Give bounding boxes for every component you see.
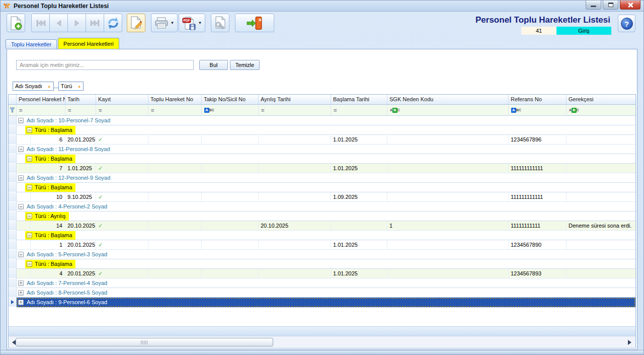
column-header-gerekce[interactable]: Gerekçesi xyxy=(567,95,636,104)
cell-gerekce xyxy=(567,164,635,173)
collapse-button[interactable]: − xyxy=(18,252,24,257)
cell-gerekce xyxy=(567,135,635,144)
filter-cell-takip[interactable]: ABC xyxy=(202,105,259,115)
column-header-baslama[interactable]: Başlama Tarihi xyxy=(331,95,387,104)
horizontal-scrollbar[interactable] xyxy=(9,336,635,348)
data-row[interactable]: 620.01.2025✓Onaylandı1.01.20251234567896 xyxy=(9,135,635,145)
column-header-referans[interactable]: Referans No xyxy=(509,95,567,104)
filter-cell-sgk[interactable]: ABC xyxy=(387,105,509,115)
column-header-sgk[interactable]: SGK Neden Kodu xyxy=(387,95,509,104)
row-indicator xyxy=(9,259,17,269)
column-header-tarih[interactable]: Tarih xyxy=(65,95,96,104)
print-button[interactable]: ▼ xyxy=(151,14,178,32)
group-row[interactable]: −Türü : Başlama xyxy=(9,183,635,192)
collapse-button[interactable]: − xyxy=(27,185,32,190)
cell-baslama: 1.09.2025 xyxy=(331,192,387,201)
group-row[interactable]: −Adı Soyadı : 12-Personel-9 Soyad xyxy=(9,173,635,183)
row-indicator xyxy=(9,211,17,221)
collapse-button[interactable]: − xyxy=(18,204,24,209)
data-row[interactable]: 420.01.2025✓Onaylandı1.01.20251234567893 xyxy=(9,269,635,278)
export-pdf-button[interactable]: PDF ▼ xyxy=(179,14,205,32)
close-button[interactable] xyxy=(620,1,640,10)
column-header-ayrilis[interactable]: Ayrılış Tarihi xyxy=(259,95,331,104)
approved-check-icon: ✓ xyxy=(98,223,143,229)
collapse-button[interactable]: − xyxy=(18,147,24,152)
refresh-button[interactable] xyxy=(104,14,122,32)
scroll-right-button[interactable] xyxy=(626,338,632,346)
group-row[interactable]: +Adı Soyadı : 8-Personel-5 Soyad xyxy=(9,288,635,298)
record-count: 41 xyxy=(521,27,556,35)
print-dropdown-icon[interactable]: ▼ xyxy=(171,21,175,25)
cell-sgk xyxy=(387,135,509,144)
group-row[interactable]: −Türü : Başlama xyxy=(9,125,635,135)
search-input[interactable] xyxy=(16,60,194,70)
data-row[interactable]: 71.01.2025✓Onaylandı1.01.202511111111111… xyxy=(9,164,635,173)
filter-cell-toplu[interactable]: = xyxy=(148,105,202,115)
collapse-button[interactable]: − xyxy=(27,156,32,162)
collapse-button[interactable]: − xyxy=(27,214,32,219)
expand-button[interactable]: + xyxy=(18,300,24,305)
row-indicator xyxy=(9,202,17,211)
row-indicator xyxy=(9,250,17,259)
collapse-button[interactable]: − xyxy=(27,261,32,267)
cell-no: 14 xyxy=(31,221,65,230)
data-row[interactable]: 1420.10.2025✓Onaylandı20.10.202511111111… xyxy=(9,221,635,231)
group-row[interactable]: −Türü : Başlama xyxy=(9,259,635,269)
filter-cell-kayit[interactable]: = xyxy=(96,105,148,115)
data-row[interactable]: 120.01.2025✓Onaylandı1.01.20251234567890 xyxy=(9,240,635,250)
edit-button[interactable] xyxy=(127,14,145,32)
row-indicator xyxy=(9,298,17,307)
group-row[interactable]: −Adı Soyadı : 4-Personel-2 Soyad xyxy=(9,202,635,211)
column-header-kayit[interactable]: Kayıt xyxy=(96,95,148,104)
cell-referans: 1234567890 xyxy=(509,240,567,249)
group-field-label: Adı Soyadı xyxy=(15,83,42,89)
group-row[interactable]: +Adı Soyadı : 7-Personel-4 Soyad xyxy=(9,278,635,288)
new-record-button[interactable] xyxy=(7,14,25,32)
group-row[interactable]: −Adı Soyadı : 11-Personel-8 Soyad xyxy=(9,145,635,154)
scrollbar-thumb[interactable] xyxy=(16,338,273,346)
filter-cell-referans[interactable]: ABC xyxy=(509,105,567,115)
preview-button[interactable] xyxy=(211,14,229,32)
exit-button[interactable] xyxy=(235,14,274,32)
cell-ayrilis xyxy=(259,269,331,278)
cell-tarih: 20.01.2025 xyxy=(65,240,96,249)
row-indicator xyxy=(9,278,17,288)
svg-text:PDF: PDF xyxy=(183,19,190,22)
filter-cell-gerekce[interactable]: ABC xyxy=(567,105,636,115)
group-row[interactable]: −Adı Soyadı : 10-Personel-7 Soyad xyxy=(9,116,635,125)
cell-referans: 11111111111 xyxy=(509,221,567,230)
collapse-button[interactable]: − xyxy=(18,118,24,123)
group-row[interactable]: −Türü : Başlama xyxy=(9,231,635,240)
expand-button[interactable]: + xyxy=(18,280,24,286)
find-button[interactable]: Bul xyxy=(199,60,228,70)
group-field-adi-soyadi[interactable]: Adı Soyadı ▲ xyxy=(13,82,54,91)
help-button[interactable]: ? xyxy=(618,15,635,32)
column-header-takip[interactable]: Takip No/Sicil No xyxy=(202,95,259,104)
minimize-button[interactable] xyxy=(586,1,601,10)
filter-cell-baslama[interactable]: = xyxy=(331,105,387,115)
group-by-panel: Adı Soyadı ▲ Türü ▲ xyxy=(13,82,84,91)
pdf-dropdown-icon[interactable]: ▼ xyxy=(198,21,202,25)
collapse-button[interactable]: − xyxy=(18,175,24,181)
filter-cell-tarih[interactable]: = xyxy=(65,105,96,115)
group-row[interactable]: −Türü : Başlama xyxy=(9,154,635,164)
filter-cell-no[interactable]: = xyxy=(17,105,65,115)
grid-header-row: Personel Hareket NoTarihKayıtToplu Harek… xyxy=(9,95,635,105)
collapse-button[interactable]: − xyxy=(27,233,32,238)
expand-button[interactable]: + xyxy=(18,290,24,296)
clear-button[interactable]: Temizle xyxy=(230,60,260,70)
column-header-toplu[interactable]: Toplu Hareket No xyxy=(148,95,202,104)
data-row[interactable]: 109.10.2025✓Onaylandı1.09.20251111111111… xyxy=(9,192,635,202)
group-indent xyxy=(17,211,25,221)
group-row[interactable]: −Türü : Ayrılış xyxy=(9,211,635,221)
group-row[interactable]: −Adı Soyadı : 5-Personel-3 Soyad xyxy=(9,250,635,259)
filter-cell-ayrilis[interactable]: = xyxy=(259,105,331,115)
collapse-button[interactable]: − xyxy=(27,127,32,133)
maximize-button[interactable] xyxy=(603,1,618,10)
group-row[interactable]: +Adı Soyadı : 9-Personel-6 Soyad xyxy=(9,298,635,307)
tab-toplu-hareketler[interactable]: Toplu Hareketler xyxy=(6,39,57,49)
row-indicator xyxy=(9,288,17,298)
column-header-no[interactable]: Personel Hareket No xyxy=(17,95,65,104)
group-field-turu[interactable]: Türü ▲ xyxy=(58,82,84,91)
tab-personel-hareketleri[interactable]: Personel Hareketleri xyxy=(58,38,119,49)
